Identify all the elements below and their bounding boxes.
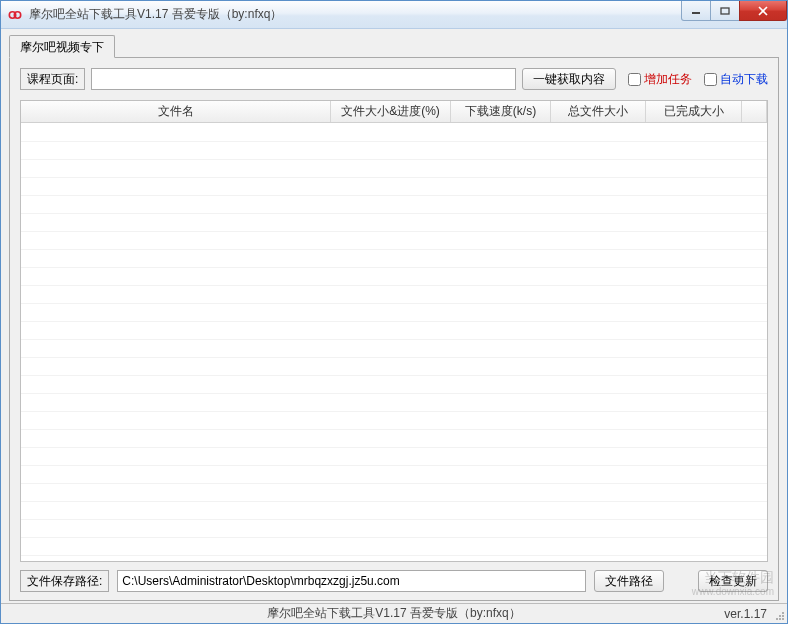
download-table[interactable]: 文件名文件大小&进度(%)下载速度(k/s)总文件大小已完成大小 — [20, 100, 768, 562]
url-row: 课程页面: 一键获取内容 增加任务 自动下载 — [20, 68, 768, 90]
add-task-checkbox-wrap[interactable]: 增加任务 — [628, 71, 692, 88]
add-task-label: 增加任务 — [644, 71, 692, 88]
status-center-text: 摩尔吧全站下载工具V1.17 吾爱专版（by:nfxq） — [1, 605, 787, 622]
auto-download-label: 自动下载 — [720, 71, 768, 88]
app-icon — [7, 7, 23, 23]
tab-strip: 摩尔吧视频专下 — [9, 35, 779, 57]
window-controls — [682, 1, 787, 21]
close-button[interactable] — [739, 1, 787, 21]
course-page-label: 课程页面: — [20, 68, 85, 90]
save-path-label: 文件保存路径: — [20, 570, 109, 592]
svg-rect-3 — [721, 8, 729, 14]
fetch-content-button[interactable]: 一键获取内容 — [522, 68, 616, 90]
svg-point-11 — [782, 612, 784, 614]
table-body[interactable] — [21, 123, 767, 561]
column-header[interactable]: 文件名 — [21, 101, 331, 122]
statusbar: 摩尔吧全站下载工具V1.17 吾爱专版（by:nfxq） ver.1.17 — [1, 603, 787, 623]
status-version: ver.1.17 — [724, 607, 767, 621]
svg-point-9 — [776, 618, 778, 620]
tab-video-download[interactable]: 摩尔吧视频专下 — [9, 35, 115, 58]
titlebar[interactable]: 摩尔吧全站下载工具V1.17 吾爱专版（by:nfxq） — [1, 1, 787, 29]
save-path-input[interactable] — [117, 570, 586, 592]
column-header[interactable]: 文件大小&进度(%) — [331, 101, 451, 122]
tab-panel: 课程页面: 一键获取内容 增加任务 自动下载 文件名文件大小&进度(%)下载速度… — [9, 57, 779, 601]
column-header[interactable]: 下载速度(k/s) — [451, 101, 551, 122]
course-url-input[interactable] — [91, 68, 516, 90]
svg-point-7 — [779, 618, 781, 620]
check-update-button[interactable]: 检查更新 — [698, 570, 768, 592]
tab-label: 摩尔吧视频专下 — [20, 40, 104, 54]
window-title: 摩尔吧全站下载工具V1.17 吾爱专版（by:nfxq） — [29, 6, 282, 23]
path-row: 文件保存路径: 文件路径 检查更新 — [20, 570, 768, 592]
svg-point-8 — [782, 615, 784, 617]
app-window: 摩尔吧全站下载工具V1.17 吾爱专版（by:nfxq） 摩尔吧视频专下 课程页… — [0, 0, 788, 624]
column-header-filler — [742, 101, 767, 122]
choose-path-button[interactable]: 文件路径 — [594, 570, 664, 592]
maximize-button[interactable] — [710, 1, 740, 21]
svg-point-10 — [779, 615, 781, 617]
svg-point-6 — [782, 618, 784, 620]
minimize-button[interactable] — [681, 1, 711, 21]
column-header[interactable]: 已完成大小 — [646, 101, 742, 122]
client-area: 摩尔吧视频专下 课程页面: 一键获取内容 增加任务 自动下载 — [1, 29, 787, 603]
table-header: 文件名文件大小&进度(%)下载速度(k/s)总文件大小已完成大小 — [21, 101, 767, 123]
resize-grip-icon[interactable] — [773, 609, 785, 621]
auto-download-checkbox-wrap[interactable]: 自动下载 — [704, 71, 768, 88]
auto-download-checkbox[interactable] — [704, 73, 717, 86]
add-task-checkbox[interactable] — [628, 73, 641, 86]
column-header[interactable]: 总文件大小 — [551, 101, 646, 122]
